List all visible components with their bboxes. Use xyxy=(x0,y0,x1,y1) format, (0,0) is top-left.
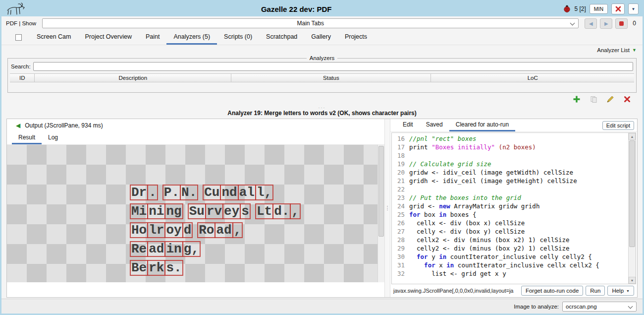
help-button[interactable]: Help ▼ xyxy=(607,286,634,296)
character-pair-box: Mi xyxy=(130,203,148,219)
back-button[interactable]: ◀ xyxy=(585,18,597,29)
line-number: 17 xyxy=(393,143,405,151)
horizontal-splitter-handle[interactable]: ··· xyxy=(1,106,643,110)
line-number: 16 xyxy=(393,134,405,143)
editor-vertical-scrollbar[interactable]: ▲ ▼ xyxy=(628,133,636,284)
output-header: ◀ Output (JScrollPane, 934 ms) xyxy=(7,119,384,132)
script-editor: 16//pnl "rect" boxes17print "Boxes initi… xyxy=(391,132,636,284)
column-header-loc[interactable]: LoC xyxy=(431,74,634,82)
green-left-triangle-icon[interactable]: ◀ xyxy=(16,122,20,129)
character-pair-box: s. xyxy=(164,260,183,276)
close-button[interactable] xyxy=(611,3,625,14)
search-input[interactable] xyxy=(33,62,633,71)
line-number: 29 xyxy=(393,244,405,252)
record-button[interactable] xyxy=(615,18,628,29)
delete-analyzer-button[interactable] xyxy=(622,94,633,105)
analyzer-detail-panel: ◀ Output (JScrollPane, 934 ms) ResultLog… xyxy=(6,119,638,298)
code-line: 20gridw <- idiv_ceil (image getWidth) ce… xyxy=(393,168,628,177)
edit-analyzer-button[interactable] xyxy=(605,94,616,105)
line-number: 20 xyxy=(393,168,405,177)
output-tab-log[interactable]: Log xyxy=(42,131,64,144)
tab-scripts-0[interactable]: Scripts (0) xyxy=(217,30,259,45)
pane-splitter[interactable]: ⋮ xyxy=(384,119,390,297)
column-header-status[interactable]: Status xyxy=(231,74,431,82)
script-tab-edit[interactable]: Edit xyxy=(396,119,420,131)
copy-icon xyxy=(590,96,597,103)
ocr-text-line: HolroydRoad, xyxy=(130,222,300,241)
ocr-result-image: Dr.P.N.Cundall,MiningSurveysLtd.,Holroyd… xyxy=(130,185,300,279)
window-menu-button[interactable]: ▼ xyxy=(628,3,639,14)
tab-gallery[interactable]: Gallery xyxy=(304,30,338,45)
code-editor-text[interactable]: 16//pnl "rect" boxes17print "Boxes initi… xyxy=(392,133,628,284)
tab-analyzers-5[interactable]: Analyzers (5) xyxy=(166,30,217,45)
analyzer-list-dropdown[interactable]: Analyzer List ▼ xyxy=(1,45,643,55)
screen-cam-checkbox[interactable] xyxy=(15,34,22,41)
output-header-label: Output (JScrollPane, 934 ms) xyxy=(25,122,103,129)
character-pair-box: , xyxy=(290,203,301,219)
main-tabs-combo[interactable]: Main Tabs xyxy=(42,18,579,28)
tab-screen-cam[interactable]: Screen Cam xyxy=(30,30,78,45)
line-number: 26 xyxy=(393,219,405,227)
code-line: 19// Calculate grid size xyxy=(393,160,628,168)
image-to-analyze-label: Image to analyze: xyxy=(514,304,559,310)
main-tabs-combo-value: Main Tabs xyxy=(43,20,578,27)
result-image-viewport[interactable]: Dr.P.N.Cundall,MiningSurveysLtd.,Holroyd… xyxy=(7,145,377,282)
scroll-up-button[interactable]: ▲ xyxy=(629,133,636,140)
code-line: 27 celly <- div (box y) cellSize xyxy=(393,227,628,236)
tab-projects[interactable]: Projects xyxy=(338,30,374,45)
scrollbar-track[interactable] xyxy=(629,140,636,277)
minimize-button[interactable]: MIN xyxy=(590,4,608,14)
bug-icon[interactable] xyxy=(563,4,571,14)
bug-count-label: 5 [2] xyxy=(574,5,586,12)
code-line: 31 for x in countIterator_inclusive cell… xyxy=(393,261,628,269)
analyzer-actions xyxy=(1,93,643,106)
line-number: 19 xyxy=(393,160,405,168)
forward-button[interactable]: ▶ xyxy=(600,18,612,29)
output-vertical-scrollbar[interactable] xyxy=(377,145,384,282)
toolbar: PDF | Show Main Tabs ◀ ▶ 0 xyxy=(1,16,643,30)
line-number: 18 xyxy=(393,151,405,160)
titlebar: Gazelle 22 dev: PDF 5 [2] MIN ▼ xyxy=(1,1,643,16)
character-pair-box: Cu xyxy=(203,185,221,200)
edit-script-button[interactable]: Edit script xyxy=(602,121,634,130)
run-button[interactable]: Run xyxy=(586,286,605,296)
search-label: Search: xyxy=(11,63,31,69)
output-tab-result[interactable]: Result xyxy=(12,131,42,144)
green-down-triangle-icon: ▼ xyxy=(632,48,637,53)
code-line: 24grid <- new ArrayMatrix gridw gridh xyxy=(393,202,628,210)
character-pair-box: ad xyxy=(147,241,165,257)
character-pair-box: ey xyxy=(222,203,241,219)
script-tab-cleared-for-auto-run[interactable]: Cleared for auto-run xyxy=(449,119,515,131)
code-line: 29 celly2 <- div (minus (box y2) 1) cell… xyxy=(393,244,628,252)
tab-paint[interactable]: Paint xyxy=(139,30,167,45)
analyzers-panel: Analyzers Search: IDDescriptionStatusLoC xyxy=(7,55,637,93)
help-button-label: Help xyxy=(612,288,624,294)
code-line: 25for box in boxes { xyxy=(393,210,628,219)
forget-autorun-button[interactable]: Forget auto-run code xyxy=(521,286,583,296)
script-tab-saved[interactable]: Saved xyxy=(420,119,449,131)
code-line: 18 xyxy=(393,151,628,160)
scrollbar-thumb[interactable] xyxy=(629,140,635,247)
character-pair-box: rk xyxy=(147,260,165,276)
line-number: 23 xyxy=(393,193,405,202)
tab-scratchpad[interactable]: Scratchpad xyxy=(259,30,304,45)
code-line: 28 cellx2 <- div (minus (box x2) 1) cell… xyxy=(393,236,628,244)
image-file-combo[interactable]: ocrscan.png xyxy=(562,302,637,312)
tab-project-overview[interactable]: Project Overview xyxy=(78,30,138,45)
scrollbar-thumb[interactable] xyxy=(378,146,384,237)
analyzer-table-body[interactable] xyxy=(10,82,634,92)
add-analyzer-button[interactable] xyxy=(571,94,582,105)
analyzer-title: Analyzer 19: Merge letters to words v2 (… xyxy=(1,110,643,118)
line-number: 30 xyxy=(393,252,405,261)
window-title: Gazelle 22 dev: PDF xyxy=(29,5,563,13)
pdf-show-label: PDF | Show xyxy=(6,20,36,26)
code-line: 21gridh <- idiv_ceil (image getHeight) c… xyxy=(393,177,628,185)
duplicate-analyzer-button[interactable] xyxy=(588,94,599,105)
column-header-description[interactable]: Description xyxy=(35,74,231,82)
column-header-id[interactable]: ID xyxy=(10,74,35,82)
character-pair-box: ad xyxy=(215,222,233,238)
character-pair-box: nd xyxy=(220,185,238,200)
character-pair-box: Ho xyxy=(130,222,148,238)
scroll-down-button[interactable]: ▼ xyxy=(629,277,636,284)
script-tab-bar: EditSavedCleared for auto-run Edit scrip… xyxy=(390,119,637,132)
